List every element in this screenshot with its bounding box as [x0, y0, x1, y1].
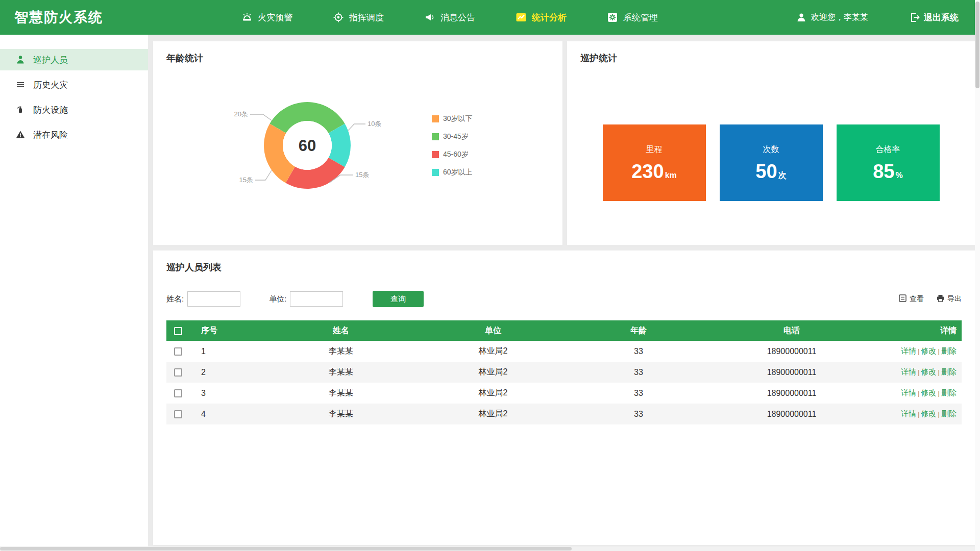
col-header-name: 姓名 — [261, 320, 421, 341]
table-header-row: 序号 姓名 单位 年龄 电话 详情 — [166, 320, 962, 341]
cell-age: 33 — [566, 404, 712, 424]
cell-index: 2 — [190, 362, 261, 383]
nav-label: 统计分析 — [532, 12, 567, 23]
legend-swatch — [432, 151, 439, 158]
patrol-statistics-panel: 巡护统计 里程 230 km 次数 50 次 — [567, 41, 975, 245]
row-checkbox[interactable] — [174, 368, 182, 377]
view-button[interactable]: 查看 — [898, 294, 924, 304]
legend-item-30-45: 30-45岁 — [432, 132, 473, 141]
delete-link[interactable]: 删除 — [941, 409, 957, 418]
age-chart-area: 60 20条 10条 15条 15条 30岁以下 — [153, 66, 562, 224]
edit-link[interactable]: 修改 — [921, 367, 937, 376]
vertical-scrollbar[interactable] — [975, 0, 980, 551]
age-donut-chart: 60 20条 10条 15条 15条 — [190, 69, 425, 222]
logout-label: 退出系统 — [924, 12, 959, 23]
col-header-index: 序号 — [190, 320, 261, 341]
row-checkbox[interactable] — [174, 389, 182, 397]
select-all-checkbox[interactable] — [174, 327, 182, 335]
col-header-phone: 电话 — [712, 320, 872, 341]
cell-name: 李某某 — [261, 404, 421, 424]
table-row: 2 李某某 林业局2 33 18900000011 详情|修改|删除 — [166, 362, 962, 383]
top-row: 年龄统计 60 20条 10条 15条 — [153, 41, 975, 245]
panel-title-patrol: 巡护统计 — [567, 41, 975, 64]
patrol-staff-table: 序号 姓名 单位 年龄 电话 详情 1 李某某 林业局2 33 — [166, 320, 962, 424]
content-area: 年龄统计 60 20条 10条 15条 — [148, 35, 980, 551]
export-button[interactable]: 导出 — [936, 294, 962, 304]
action-separator: | — [918, 389, 919, 397]
sidebar-item-label: 巡护人员 — [33, 54, 68, 66]
callout-label-green: 20条 — [234, 110, 248, 118]
delete-link[interactable]: 删除 — [941, 346, 957, 355]
action-separator: | — [918, 410, 919, 418]
horizontal-scrollbar-thumb[interactable] — [0, 547, 572, 550]
welcome-user: 欢迎您，李某某 — [796, 12, 868, 23]
nav-item-statistics[interactable]: 统计分析 — [515, 11, 567, 23]
unit-filter-label: 单位: — [269, 294, 286, 304]
cell-age: 33 — [566, 362, 712, 383]
delete-link[interactable]: 删除 — [941, 388, 957, 397]
cell-age: 33 — [566, 341, 712, 362]
stat-card-mileage: 里程 230 km — [603, 124, 706, 201]
user-icon — [796, 12, 807, 23]
cell-name: 李某某 — [261, 362, 421, 383]
stat-label: 合格率 — [876, 144, 900, 155]
name-filter-input[interactable] — [187, 291, 240, 307]
export-icon — [936, 294, 945, 304]
callout-label-red: 15条 — [355, 171, 369, 179]
top-navbar: 智慧防火系统 火灾预警 指挥调度 消息公告 统计分析 — [0, 0, 980, 35]
detail-link[interactable]: 详情 — [901, 409, 916, 418]
horizontal-scrollbar[interactable] — [0, 546, 975, 551]
patrol-staff-list-panel: 巡护人员列表 姓名: 单位: 查询 查看 — [153, 251, 975, 545]
callout-line-orange — [255, 170, 272, 180]
navbar-right: 欢迎您，李某某 退出系统 — [796, 12, 966, 23]
search-button[interactable]: 查询 — [373, 291, 424, 307]
dispatch-icon — [332, 11, 345, 23]
detail-link[interactable]: 详情 — [901, 388, 916, 397]
logout-button[interactable]: 退出系统 — [909, 12, 959, 23]
nav-item-announcement[interactable]: 消息公告 — [424, 11, 475, 23]
row-checkbox[interactable] — [174, 347, 182, 356]
sidebar-item-fire-facility[interactable]: 防火设施 — [0, 99, 148, 120]
cell-actions: 详情|修改|删除 — [872, 341, 962, 362]
edit-link[interactable]: 修改 — [921, 346, 937, 355]
vertical-scrollbar-thumb[interactable] — [975, 2, 979, 88]
detail-link[interactable]: 详情 — [901, 367, 916, 376]
header-checkbox-cell — [166, 320, 190, 341]
panel-title-age: 年龄统计 — [153, 41, 562, 64]
sidebar: 巡护人员 历史火灾 防火设施 潜在风险 — [0, 35, 148, 551]
export-label: 导出 — [947, 294, 962, 304]
fire-alarm-icon — [241, 11, 253, 23]
legend-label: 45-60岁 — [443, 150, 469, 159]
view-label: 查看 — [910, 294, 924, 304]
nav-item-system[interactable]: 系统管理 — [606, 11, 658, 23]
system-settings-icon — [606, 11, 619, 23]
legend-item-under-30: 30岁以下 — [432, 114, 473, 123]
nav-item-dispatch[interactable]: 指挥调度 — [332, 11, 384, 23]
cell-age: 33 — [566, 383, 712, 404]
detail-link[interactable]: 详情 — [901, 346, 916, 355]
stat-label: 次数 — [763, 144, 779, 155]
panel-title-list: 巡护人员列表 — [153, 251, 975, 273]
sidebar-item-fire-history[interactable]: 历史火灾 — [0, 74, 148, 95]
nav-label: 指挥调度 — [349, 12, 384, 23]
sidebar-item-potential-risk[interactable]: 潜在风险 — [0, 124, 148, 145]
stat-value: 230 — [631, 162, 664, 181]
legend-label: 30-45岁 — [443, 132, 469, 141]
delete-link[interactable]: 删除 — [941, 367, 957, 376]
nav-item-fire-alert[interactable]: 火灾预警 — [241, 11, 292, 23]
edit-link[interactable]: 修改 — [921, 388, 937, 397]
stat-unit: % — [896, 171, 903, 180]
callout-line-teal — [348, 124, 365, 131]
cell-index: 1 — [190, 341, 261, 362]
table-tools: 查看 导出 — [898, 294, 962, 304]
donut-legend: 30岁以下 30-45岁 45-60岁 60岁以上 — [432, 114, 473, 177]
welcome-text: 欢迎您，李某某 — [811, 12, 868, 23]
row-checkbox[interactable] — [174, 410, 182, 418]
legend-swatch — [432, 115, 439, 122]
callout-line-green — [250, 114, 272, 120]
unit-filter-input[interactable] — [290, 291, 343, 307]
cell-actions: 详情|修改|删除 — [872, 362, 962, 383]
sidebar-item-patrol-staff[interactable]: 巡护人员 — [0, 49, 148, 70]
edit-link[interactable]: 修改 — [921, 409, 937, 418]
cell-index: 4 — [190, 404, 261, 424]
